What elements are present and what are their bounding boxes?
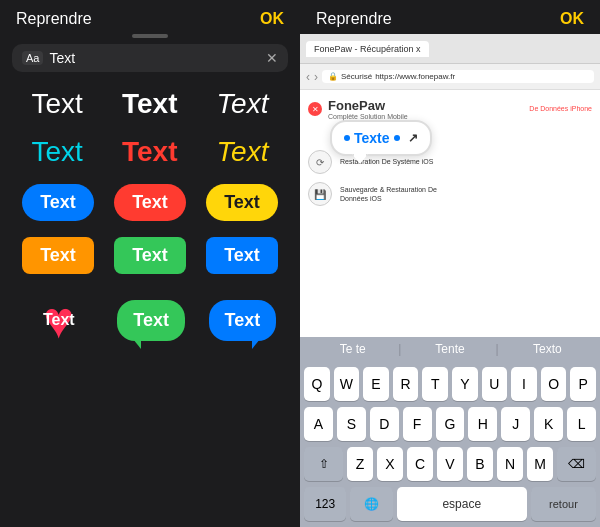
text-bubble-overlay[interactable]: Texte ↗ bbox=[330, 120, 432, 156]
key-m[interactable]: M bbox=[527, 447, 553, 481]
fp-item-2: 💾 Sauvegarde & Restauration DeDonnées iO… bbox=[308, 182, 592, 206]
key-a[interactable]: A bbox=[304, 407, 333, 441]
key-h[interactable]: H bbox=[468, 407, 497, 441]
style-item-italic[interactable]: Text bbox=[217, 88, 269, 120]
style-item-plain[interactable]: Text bbox=[32, 88, 83, 120]
style-heart[interactable]: ♥ Text bbox=[24, 290, 94, 350]
key-t[interactable]: T bbox=[422, 367, 448, 401]
clear-search-icon[interactable]: ✕ bbox=[266, 50, 278, 66]
fp-item-text-2: Sauvegarde & Restauration DeDonnées iOS bbox=[340, 185, 437, 203]
style-pill-yellow[interactable]: Text bbox=[206, 184, 278, 221]
browser-content: ✕ FonePaw Complète Solution Mobile De Do… bbox=[300, 90, 600, 337]
browser-area: FonePaw - Récupération x ‹ › 🔒 Sécurisé … bbox=[300, 34, 600, 337]
shift-key[interactable]: ⇧ bbox=[304, 447, 343, 481]
style-bubble-green[interactable]: Text bbox=[117, 300, 185, 341]
key-d[interactable]: D bbox=[370, 407, 399, 441]
key-p[interactable]: P bbox=[570, 367, 596, 401]
address-bar[interactable]: 🔒 Sécurisé https://www.fonepaw.fr bbox=[322, 70, 594, 83]
drag-handle[interactable] bbox=[132, 34, 168, 38]
key-z[interactable]: Z bbox=[347, 447, 373, 481]
kb-row-3: ⇧ Z X C V B N M ⌫ bbox=[304, 447, 596, 481]
autocorrect-1[interactable]: Tente bbox=[401, 339, 498, 359]
autocorrect-2[interactable]: Texto bbox=[499, 339, 596, 359]
logo-name: FonePaw bbox=[328, 98, 408, 113]
fonepaw-items: ⟳ Restauration De Système iOS 💾 Sauvegar… bbox=[308, 150, 592, 206]
tab-label: FonePaw - Récupération x bbox=[314, 44, 421, 54]
left-title: Reprendre bbox=[16, 10, 92, 28]
style-rect-green[interactable]: Text bbox=[114, 237, 186, 274]
right-ok-button[interactable]: OK bbox=[560, 10, 584, 28]
lock-icon: 🔒 bbox=[328, 72, 338, 81]
logo-subtext: Complète Solution Mobile bbox=[328, 113, 408, 120]
right-title: Reprendre bbox=[316, 10, 392, 28]
style-bubble-blue[interactable]: Text bbox=[209, 300, 277, 341]
key-i[interactable]: I bbox=[511, 367, 537, 401]
style-pill-red[interactable]: Text bbox=[114, 184, 186, 221]
key-u[interactable]: U bbox=[482, 367, 508, 401]
left-ok-button[interactable]: OK bbox=[260, 10, 284, 28]
key-f[interactable]: F bbox=[403, 407, 432, 441]
style-row-5: ♥ Text Text Text bbox=[12, 284, 288, 356]
key-j[interactable]: J bbox=[501, 407, 530, 441]
style-row-2: Text Text Text bbox=[12, 130, 288, 174]
numbers-key[interactable]: 123 bbox=[304, 487, 346, 521]
security-label: Sécurisé bbox=[341, 72, 372, 81]
key-c[interactable]: C bbox=[407, 447, 433, 481]
style-row-3: Text Text Text bbox=[12, 178, 288, 227]
key-b[interactable]: B bbox=[467, 447, 493, 481]
key-q[interactable]: Q bbox=[304, 367, 330, 401]
style-rect-blue[interactable]: Text bbox=[206, 237, 278, 274]
style-item-yellow-italic[interactable]: Text bbox=[217, 136, 269, 168]
browser-nav: ‹ › 🔒 Sécurisé https://www.fonepaw.fr bbox=[300, 64, 600, 90]
cursor-icon: ↗ bbox=[408, 131, 418, 145]
key-l[interactable]: L bbox=[567, 407, 596, 441]
kb-row-2: A S D F G H J K L bbox=[304, 407, 596, 441]
fp-icon-restore: ⟳ bbox=[308, 150, 332, 174]
emoji-key[interactable]: 🌐 bbox=[350, 487, 392, 521]
delete-key[interactable]: ⌫ bbox=[557, 447, 596, 481]
key-y[interactable]: Y bbox=[452, 367, 478, 401]
font-size-indicator: Aa bbox=[22, 51, 43, 65]
key-g[interactable]: G bbox=[436, 407, 465, 441]
kb-row-4: 123 🌐 espace retour bbox=[304, 487, 596, 521]
key-e[interactable]: E bbox=[363, 367, 389, 401]
style-rect-orange[interactable]: Text bbox=[22, 237, 94, 274]
key-w[interactable]: W bbox=[334, 367, 360, 401]
right-header: Reprendre OK bbox=[300, 0, 600, 34]
return-key[interactable]: retour bbox=[531, 487, 596, 521]
left-panel: Reprendre OK Aa Text ✕ Text Text Text Te… bbox=[0, 0, 300, 527]
bubble-dot-left bbox=[344, 135, 350, 141]
style-item-red[interactable]: Text bbox=[122, 136, 178, 168]
left-header: Reprendre OK bbox=[0, 0, 300, 34]
address-text: https://www.fonepaw.fr bbox=[375, 72, 455, 81]
key-x[interactable]: X bbox=[377, 447, 403, 481]
search-input[interactable]: Text bbox=[49, 50, 260, 66]
style-pill-blue[interactable]: Text bbox=[22, 184, 94, 221]
forward-icon[interactable]: › bbox=[314, 70, 318, 84]
search-bar: Aa Text ✕ bbox=[12, 44, 288, 72]
fonepaw-logo: ✕ FonePaw Complète Solution Mobile De Do… bbox=[308, 98, 592, 120]
key-r[interactable]: R bbox=[393, 367, 419, 401]
style-row-4: Text Text Text bbox=[12, 231, 288, 280]
autocorrect-bar: Te te Tente Texto bbox=[300, 337, 600, 363]
style-row-1: Text Text Text bbox=[12, 82, 288, 126]
close-logo-icon[interactable]: ✕ bbox=[308, 102, 322, 116]
text-styles-list: Text Text Text Text Text Text Text Text … bbox=[0, 82, 300, 527]
style-item-bold[interactable]: Text bbox=[122, 88, 178, 120]
key-v[interactable]: V bbox=[437, 447, 463, 481]
key-o[interactable]: O bbox=[541, 367, 567, 401]
key-k[interactable]: K bbox=[534, 407, 563, 441]
space-key[interactable]: espace bbox=[397, 487, 527, 521]
style-item-cyan[interactable]: Text bbox=[32, 136, 83, 168]
browser-tab[interactable]: FonePaw - Récupération x bbox=[306, 41, 429, 57]
fp-icon-backup: 💾 bbox=[308, 182, 332, 206]
autocorrect-0[interactable]: Te te bbox=[304, 339, 401, 359]
logo-right-text: De Données iPhone bbox=[529, 104, 592, 113]
key-s[interactable]: S bbox=[337, 407, 366, 441]
key-n[interactable]: N bbox=[497, 447, 523, 481]
keyboard-rows: Q W E R T Y U I O P A S D F G H J K bbox=[302, 367, 598, 521]
fp-item-text-1: Restauration De Système iOS bbox=[340, 157, 433, 166]
back-icon[interactable]: ‹ bbox=[306, 70, 310, 84]
bubble-dot-right bbox=[394, 135, 400, 141]
bubble-text: Texte bbox=[354, 130, 390, 146]
